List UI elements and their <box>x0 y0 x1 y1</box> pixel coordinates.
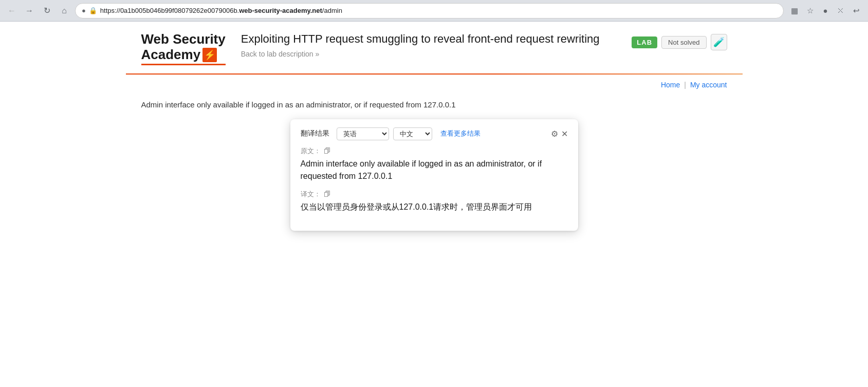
original-section: 原文： 🗍 Admin interface only available if … <box>301 146 568 182</box>
logo-underline <box>141 64 226 65</box>
original-text: Admin interface only available if logged… <box>301 158 568 182</box>
home-nav-link[interactable]: Home <box>661 81 680 89</box>
from-language-select[interactable]: 自动检测英语中文日语法语 <box>337 127 389 140</box>
lock-icon: 🔒 <box>89 7 97 14</box>
to-language-select[interactable]: 中文英语日语法语德语 <box>393 127 432 140</box>
not-solved-badge: Not solved <box>661 36 706 49</box>
logo-lightning-icon: ⚡ <box>202 48 217 62</box>
flask-button[interactable]: 🧪 <box>711 34 727 50</box>
undo-button[interactable]: ↩ <box>849 4 863 17</box>
logo-text-top: Web Security <box>141 32 226 47</box>
lab-title: Exploiting HTTP request smuggling to rev… <box>241 32 617 47</box>
translation-popup: 翻译结果 自动检测英语中文日语法语 中文英语日语法语德语 查看更多结果 ⚙ ✕ … <box>290 119 578 231</box>
translation-section: 译文： 🗍 仅当以管理员身份登录或从127.0.0.1请求时，管理员界面才可用 <box>301 190 568 213</box>
home-button[interactable]: ⌂ <box>58 4 71 17</box>
more-results-link[interactable]: 查看更多结果 <box>440 129 481 138</box>
forward-button[interactable]: → <box>23 4 36 17</box>
my-account-nav-link[interactable]: My account <box>690 81 727 89</box>
qr-code-button[interactable]: ▦ <box>788 4 801 17</box>
lab-badge: LAB <box>632 36 657 48</box>
address-bar[interactable]: ● 🔒 https://0a1b005b046b99f08079262e0079… <box>75 3 784 19</box>
lab-badge-area: LAB Not solved 🧪 <box>632 34 727 50</box>
puzzle-button[interactable]: ⛌ <box>834 4 847 17</box>
browser-chrome: ← → ↻ ⌂ ● 🔒 https://0a1b005b046b99f08079… <box>0 0 868 22</box>
browser-actions: ▦ ☆ ● ⛌ ↩ <box>788 4 863 17</box>
logo-area: Web Security Academy ⚡ <box>141 32 226 65</box>
logo-bottom: Academy ⚡ <box>141 47 226 63</box>
back-to-lab-link[interactable]: Back to lab description » <box>241 50 617 58</box>
popup-close-button[interactable]: ✕ <box>561 129 568 139</box>
original-copy-icon[interactable]: 🗍 <box>324 147 330 155</box>
bookmark-button[interactable]: ☆ <box>803 4 817 17</box>
back-button[interactable]: ← <box>5 4 19 17</box>
address-url: https://0a1b005b046b99f08079262e0079006b… <box>100 7 777 14</box>
admin-message: Admin interface only available if logged… <box>141 100 727 109</box>
security-icon: ● <box>82 7 86 14</box>
nav-bar: Home | My account <box>126 75 743 95</box>
popup-actions: ⚙ ✕ <box>551 129 568 139</box>
translation-text: 仅当以管理员身份登录或从127.0.0.1请求时，管理员界面才可用 <box>301 201 568 213</box>
reload-button[interactable]: ↻ <box>40 4 53 17</box>
popup-settings-button[interactable]: ⚙ <box>551 129 558 139</box>
flask-icon: 🧪 <box>713 36 725 48</box>
popup-header: 翻译结果 自动检测英语中文日语法语 中文英语日语法语德语 查看更多结果 ⚙ ✕ <box>301 127 568 140</box>
popup-title: 翻译结果 <box>301 129 329 138</box>
page-content: Web Security Academy ⚡ Exploiting HTTP r… <box>126 22 743 246</box>
main-content: Admin interface only available if logged… <box>126 95 743 246</box>
site-header: Web Security Academy ⚡ Exploiting HTTP r… <box>126 22 743 65</box>
lab-title-area: Exploiting HTTP request smuggling to rev… <box>241 32 617 58</box>
original-label: 原文： 🗍 <box>301 146 568 156</box>
nav-separator: | <box>684 81 686 89</box>
logo-text-bottom: Academy <box>141 47 201 63</box>
translation-copy-icon[interactable]: 🗍 <box>324 190 330 198</box>
extension-button[interactable]: ● <box>819 4 832 17</box>
translation-label: 译文： 🗍 <box>301 190 568 199</box>
